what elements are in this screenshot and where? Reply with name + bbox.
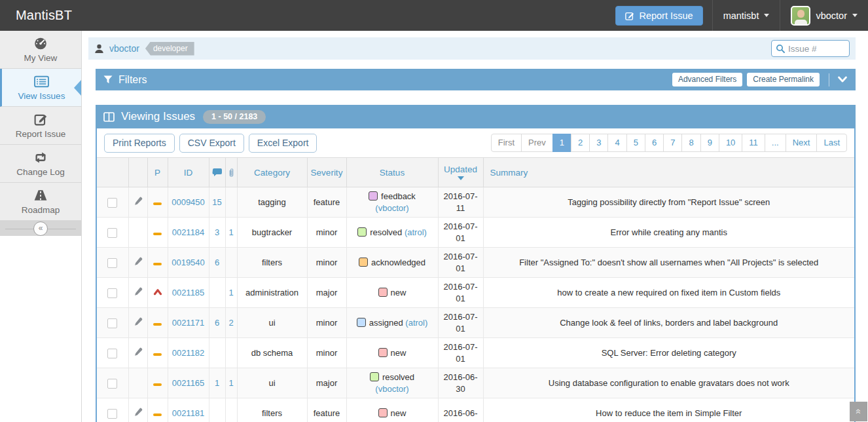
row-checkbox[interactable] [107, 228, 117, 238]
header-id[interactable]: ID [168, 158, 209, 187]
row-checkbox[interactable] [107, 288, 117, 298]
page-button-5[interactable]: 5 [626, 134, 645, 152]
assignee-link[interactable]: (vboctor) [375, 384, 408, 394]
excel-export-button[interactable]: Excel Export [249, 134, 317, 153]
attachment-count-link[interactable]: 1 [228, 227, 233, 237]
page-button-1[interactable]: 1 [552, 134, 571, 152]
sidebar-item-my-view[interactable]: My View [0, 31, 81, 69]
row-checkbox[interactable] [107, 318, 117, 328]
cell-priority [147, 398, 168, 422]
csv-export-button[interactable]: CSV Export [179, 134, 244, 153]
cell-attachments: 1 [225, 368, 237, 398]
issue-id-link[interactable]: 0009450 [172, 197, 205, 207]
edit-pencil-icon[interactable] [134, 408, 143, 417]
table-row: 002118431bugtrackerminorresolved (atrol)… [97, 218, 854, 248]
page-button-...[interactable]: ... [765, 134, 786, 152]
header-priority[interactable]: P [147, 158, 168, 187]
page-button-2[interactable]: 2 [571, 134, 590, 152]
issue-id-link[interactable]: 0021165 [172, 378, 205, 388]
cell-priority [147, 278, 168, 308]
sidebar-item-report-issue[interactable]: Report Issue [0, 107, 81, 145]
assignee-link[interactable]: (atrol) [405, 227, 427, 237]
attachment-count-link[interactable]: 1 [228, 288, 233, 297]
cell-id: 0021171 [168, 308, 209, 338]
cell-priority [147, 187, 168, 218]
page-button-7[interactable]: 7 [663, 134, 682, 152]
cell-summary: SQL Server: Error deleting category [483, 338, 854, 368]
status-label: acknowledged [371, 258, 425, 267]
page-button-11[interactable]: 11 [742, 134, 765, 152]
notes-count-link[interactable]: 15 [212, 197, 221, 207]
edit-pencil-icon[interactable] [134, 197, 143, 206]
page-button-3[interactable]: 3 [589, 134, 608, 152]
notes-count-link[interactable]: 6 [215, 258, 219, 267]
page-button-8[interactable]: 8 [681, 134, 700, 152]
cell-category: filters [237, 248, 307, 278]
print-reports-button[interactable]: Print Reports [104, 134, 175, 153]
cell-id: 0019540 [168, 248, 209, 278]
issue-id-link[interactable]: 0021185 [172, 288, 205, 297]
issue-range-badge: 1 - 50 / 2183 [203, 110, 266, 124]
filter-icon [103, 75, 113, 84]
edit-pencil-icon[interactable] [134, 317, 143, 326]
cell-edit [128, 398, 147, 422]
cell-summary: Error while creating any mantis [483, 218, 854, 248]
issue-id-link[interactable]: 0021184 [172, 227, 205, 237]
status-label: resolved [370, 227, 402, 237]
header-attachments[interactable] [225, 158, 237, 187]
attachment-count-link[interactable]: 2 [228, 318, 233, 328]
edit-pencil-icon[interactable] [134, 347, 143, 356]
status-color-box [359, 258, 368, 267]
report-issue-button[interactable]: Report Issue [615, 6, 702, 26]
page-button-prev[interactable]: Prev [521, 134, 553, 152]
viewing-issues-widget: Viewing Issues 1 - 50 / 2183 Print Repor… [96, 105, 856, 422]
header-status[interactable]: Status [346, 158, 438, 187]
row-checkbox[interactable] [107, 198, 117, 208]
notes-count-link[interactable]: 6 [215, 318, 219, 328]
header-summary[interactable]: Summary [483, 158, 854, 187]
user-dropdown[interactable]: vboctor [780, 0, 868, 31]
page-button-6[interactable]: 6 [645, 134, 664, 152]
page-button-next[interactable]: Next [786, 134, 818, 152]
header-updated[interactable]: Updated [438, 158, 483, 187]
username-link[interactable]: vboctor [109, 43, 139, 54]
issue-id-link[interactable]: 0021181 [172, 408, 205, 418]
edit-pencil-icon[interactable] [134, 287, 143, 296]
sidebar-item-change-log[interactable]: Change Log [0, 145, 81, 183]
notes-count-link[interactable]: 1 [215, 378, 219, 388]
project-dropdown[interactable]: mantisbt [712, 0, 780, 31]
sidebar-item-roadmap[interactable]: Roadmap [0, 183, 81, 221]
attachment-count-link[interactable]: 1 [228, 378, 233, 388]
sidebar-collapse-button[interactable]: « [33, 221, 48, 236]
header-category[interactable]: Category [237, 158, 307, 187]
assignee-link[interactable]: (atrol) [405, 318, 427, 328]
divider [829, 73, 829, 86]
notes-count-link[interactable]: 3 [215, 227, 219, 237]
sidebar-item-view-issues[interactable]: View Issues [0, 69, 81, 107]
page-button-4[interactable]: 4 [607, 134, 626, 152]
page-button-10[interactable]: 10 [719, 134, 742, 152]
header-severity[interactable]: Severity [307, 158, 346, 187]
header-notes[interactable] [209, 158, 225, 187]
updated-date: 2016-06- [440, 408, 482, 419]
row-checkbox[interactable] [107, 379, 117, 389]
issue-id-link[interactable]: 0021182 [172, 348, 205, 358]
issue-search-input[interactable] [788, 44, 842, 54]
assignee-link[interactable]: (vboctor) [375, 203, 408, 213]
create-permalink-button[interactable]: Create Permalink [747, 73, 820, 86]
page-button-first[interactable]: First [491, 134, 522, 152]
cell-edit [128, 338, 147, 368]
cell-summary: Tagging possibility directly from "Repor… [483, 187, 854, 218]
collapse-chevron-icon[interactable] [837, 76, 848, 83]
edit-pencil-icon[interactable] [134, 257, 143, 266]
page-button-9[interactable]: 9 [700, 134, 719, 152]
issue-id-link[interactable]: 0021171 [172, 318, 205, 328]
advanced-filters-button[interactable]: Advanced Filters [672, 73, 742, 86]
row-checkbox[interactable] [107, 349, 117, 358]
row-checkbox[interactable] [107, 258, 117, 268]
scroll-to-top-button[interactable]: « [850, 402, 867, 421]
row-checkbox[interactable] [107, 409, 117, 419]
page-button-last[interactable]: Last [816, 134, 847, 152]
issue-id-link[interactable]: 0019540 [172, 258, 205, 267]
cell-summary: how to create a new required on fixed it… [483, 278, 854, 308]
